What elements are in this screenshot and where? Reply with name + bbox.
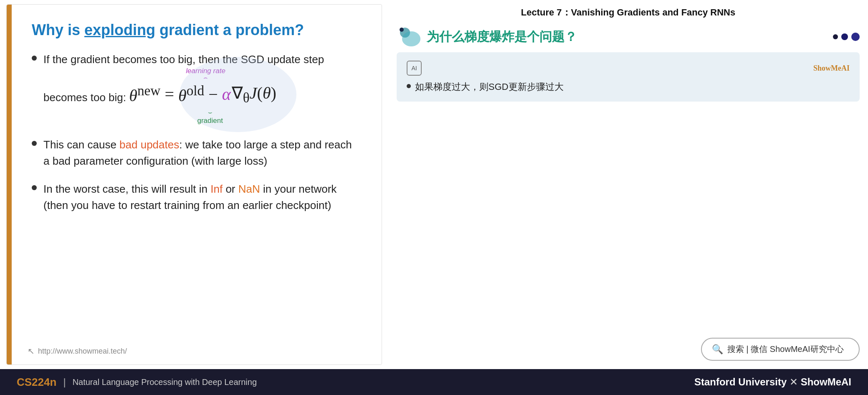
footer-right: Stanford University ✕ ShowMeAI	[694, 376, 851, 388]
footer-x: ✕	[790, 376, 801, 387]
bullet-dot-2	[32, 141, 37, 146]
search-icon: 🔍	[712, 344, 723, 355]
search-bar-container: 🔍 搜索 | 微信 ShowMeAI研究中心	[397, 338, 860, 361]
title-rest: gradient a problem?	[155, 21, 304, 38]
translation-card: AI ShowMeAI 如果梯度过大，则SGD更新步骤过大	[397, 52, 860, 102]
footer-left: CS224n | Natural Language Processing wit…	[17, 376, 257, 389]
footer-brand: ShowMeAI	[801, 376, 851, 387]
bullet-text-3: In the worst case, this will result in I…	[43, 181, 361, 214]
card-content: 如果梯度过大，则SGD更新步骤过大	[407, 81, 850, 93]
footer-university: Stanford University	[694, 376, 787, 387]
dot-large	[851, 33, 860, 41]
dots-cluster	[833, 33, 860, 41]
slide-url: ↖ http://www.showmeai.tech/	[28, 346, 127, 356]
right-panel: Lecture 7：Vanishing Gradients and Fancy …	[388, 0, 868, 369]
footer-separator: |	[63, 376, 66, 388]
bullet-3: In the worst case, this will result in I…	[32, 181, 361, 214]
dot-medium	[841, 33, 848, 40]
bullet-dot-3	[32, 185, 37, 190]
formula-wrapper: learning rate ⌢ θnew = θold − α ∇θJ(θ) ⌣	[129, 80, 276, 108]
svg-point-2	[400, 28, 404, 32]
footer-description: Natural Language Processing with Deep Le…	[73, 377, 257, 387]
title-underline: exploding	[84, 21, 155, 38]
search-bar[interactable]: 🔍 搜索 | 微信 ShowMeAI研究中心	[701, 338, 860, 361]
slide-left-bar	[7, 5, 12, 364]
showmeai-badge: ShowMeAI	[813, 64, 850, 73]
title-plain: Why is	[32, 21, 84, 38]
bullet-1: If the gradient becomes too big, then th…	[32, 51, 361, 125]
lecture-title: Lecture 7：Vanishing Gradients and Fancy …	[397, 0, 860, 23]
ai-icon: AI	[407, 61, 422, 76]
slide-bullets: If the gradient becomes too big, then th…	[32, 51, 361, 225]
bullet-2: This can cause bad updates: we take too …	[32, 137, 361, 169]
gradient-label: gradient	[197, 115, 223, 126]
bullet-dot-1	[32, 56, 37, 61]
dot-small	[833, 34, 838, 39]
card-bullet	[407, 84, 411, 88]
svg-point-1	[402, 31, 420, 46]
chinese-header: 为什么梯度爆炸是个问题？	[397, 23, 860, 52]
footer: CS224n | Natural Language Processing wit…	[0, 369, 868, 395]
cursor-icon: ↖	[28, 346, 35, 356]
card-header: AI ShowMeAI	[407, 61, 850, 76]
chinese-panel-title: 为什么梯度爆炸是个问题？	[427, 28, 828, 46]
wave-icon	[397, 26, 422, 47]
footer-course: CS224n	[17, 376, 56, 389]
bullet-text-1: If the gradient becomes too big, then th…	[43, 51, 361, 125]
slide-panel: Why is exploding gradient a problem? If …	[6, 4, 382, 365]
bullet-text-2: This can cause bad updates: we take too …	[43, 137, 361, 169]
formula-math: θnew = θold − α ∇θJ(θ)	[129, 80, 276, 108]
slide-title: Why is exploding gradient a problem?	[32, 21, 361, 39]
search-placeholder: 搜索 | 微信 ShowMeAI研究中心	[727, 344, 844, 355]
